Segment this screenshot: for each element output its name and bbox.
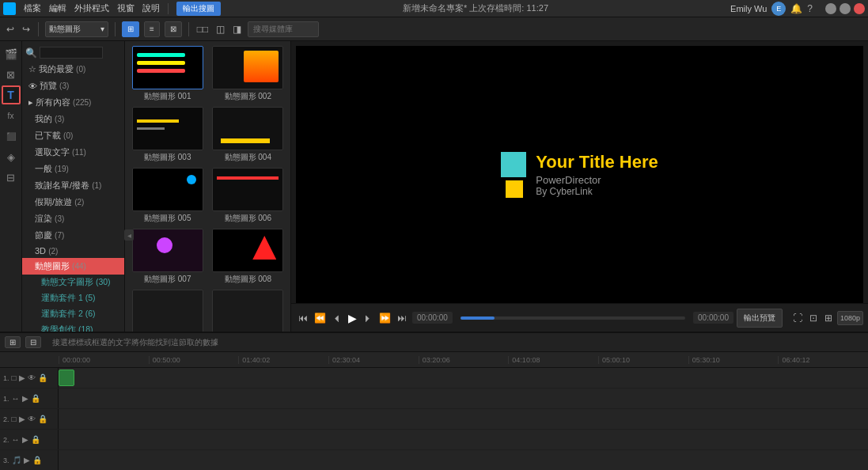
- search-input[interactable]: [248, 21, 319, 37]
- thumb-006[interactable]: 動態圖形 006: [210, 168, 286, 224]
- timeline-remove-track[interactable]: ⊟: [25, 336, 41, 348]
- tree-tutorial[interactable]: 教學創作 (18): [22, 322, 124, 332]
- layout-btn2[interactable]: ◫: [214, 22, 226, 36]
- tree-credits[interactable]: 致謝名單/撥卷 (1): [22, 177, 124, 194]
- menu-icon1[interactable]: 🔔: [790, 3, 802, 14]
- toolbar-separator3: [188, 22, 189, 36]
- thumb-010[interactable]: 動態圖形 010: [210, 290, 286, 332]
- menu-view[interactable]: 視窗: [117, 2, 135, 14]
- timeline-add-track[interactable]: ⊞: [5, 336, 21, 348]
- tree-selected-text[interactable]: 選取文字 (11): [22, 144, 124, 161]
- menu-icon2[interactable]: ?: [807, 3, 813, 14]
- menu-plugins[interactable]: 外掛程式: [74, 2, 109, 14]
- track-lock-3m[interactable]: 🔒: [32, 456, 42, 464]
- preview-title: Your Title Here: [536, 152, 658, 172]
- active-tool-label[interactable]: 輸出搜圖: [176, 2, 221, 16]
- zoom-button[interactable]: ⊡: [807, 311, 820, 325]
- track-play-2a[interactable]: ▶: [22, 435, 28, 444]
- track-row-2v: 2. □ ▶ 👁 🔒: [0, 409, 868, 429]
- tree-motion-text[interactable]: 動態文字圖形 (30): [22, 275, 124, 290]
- track-eye-1v[interactable]: 👁: [28, 373, 36, 382]
- track-lock-2a[interactable]: 🔒: [31, 435, 40, 444]
- sidebar-media-icon[interactable]: 🎬: [2, 44, 21, 63]
- tree-festival[interactable]: 節慶 (7): [22, 227, 124, 244]
- sidebar-subtitle-icon[interactable]: ⊟: [2, 168, 21, 187]
- sidebar-pip-icon[interactable]: ⬛: [2, 127, 21, 146]
- undo-button[interactable]: ↩: [5, 22, 16, 36]
- track-play-1a[interactable]: ▶: [22, 394, 28, 403]
- skip-end-button[interactable]: ⏭: [395, 311, 409, 325]
- view-detail-btn[interactable]: ⊠: [165, 21, 182, 37]
- tree-sports2[interactable]: 運動套件 2 (6): [22, 306, 124, 322]
- track-play-1v[interactable]: ▶: [19, 373, 25, 382]
- track-content-3m[interactable]: [59, 450, 868, 470]
- fullscreen-button[interactable]: ⛶: [790, 311, 805, 325]
- tree-preview[interactable]: 👁 預覽 (3): [22, 78, 124, 94]
- aspect-btn[interactable]: 1080p: [837, 311, 863, 325]
- thumb-img-006: [212, 168, 283, 211]
- ruler-7: 05:30:10: [688, 356, 779, 364]
- sidebar-effect-icon[interactable]: fx: [2, 106, 21, 125]
- track-lock-1v[interactable]: 🔒: [38, 373, 47, 382]
- track-content-1a[interactable]: [59, 389, 868, 408]
- thumb-001[interactable]: 動態圖形 001: [130, 46, 206, 102]
- track-content-1v[interactable]: [59, 368, 868, 388]
- redo-button[interactable]: ↪: [21, 22, 32, 36]
- fast-forward-button[interactable]: ⏩: [377, 311, 393, 325]
- crop-button[interactable]: ⊞: [822, 311, 835, 325]
- track-lock-1a[interactable]: 🔒: [31, 394, 40, 403]
- thumb-002[interactable]: 動態圖形 002: [210, 46, 286, 102]
- thumb-007[interactable]: 動態圖形 007: [130, 229, 206, 285]
- menu-edit[interactable]: 編輯: [49, 2, 66, 14]
- track-play-3m[interactable]: ▶: [24, 456, 30, 464]
- view-grid-btn[interactable]: ⊞: [122, 21, 139, 37]
- export-preview-button[interactable]: 輸出預覽: [737, 309, 783, 328]
- category-dropdown[interactable]: 動態圖形 ▾: [45, 21, 108, 37]
- tree-3d[interactable]: 3D (2): [22, 244, 124, 258]
- thumb-img-010: [212, 290, 283, 332]
- sidebar-motion-icon[interactable]: ◈: [2, 147, 21, 166]
- skip-start-button[interactable]: ⏮: [296, 311, 310, 325]
- close-button[interactable]: [854, 3, 865, 14]
- track-row-3m: 3. 🎵 ▶ 🔒: [0, 450, 868, 470]
- tree-downloaded[interactable]: 已下載 (0): [22, 127, 124, 144]
- tree-render[interactable]: 渲染 (3): [22, 210, 124, 227]
- play-button[interactable]: ▶: [346, 310, 359, 326]
- thumb-003[interactable]: 動態圖形 003: [130, 107, 206, 163]
- tree-search-input[interactable]: [40, 47, 103, 59]
- layout-btn3[interactable]: ◨: [231, 22, 243, 36]
- rewind-button[interactable]: ⏪: [312, 311, 328, 325]
- tree-general[interactable]: 一般 (19): [22, 161, 124, 177]
- timeline-ruler: 00:00:00 00:50:00 01:40:02 02:30:04 03:2…: [0, 352, 868, 368]
- sidebar-transition-icon[interactable]: ⊠: [2, 65, 21, 84]
- tree-holiday[interactable]: 假期/旅遊 (2): [22, 194, 124, 210]
- track-eye-2v[interactable]: 👁: [28, 415, 36, 423]
- preview-extra-controls: ⛶ ⊡ ⊞ 1080p: [790, 311, 863, 325]
- menu-help[interactable]: 說明: [142, 2, 160, 14]
- thumbnail-grid: 動態圖形 001 動態圖形 002 動態圖形 003 動態圖形 004 動態圖形…: [125, 41, 290, 332]
- tree-all[interactable]: ▸ 所有內容 (225): [22, 94, 124, 111]
- thumb-005[interactable]: 動態圖形 005: [130, 168, 206, 224]
- track-lock-2v[interactable]: 🔒: [38, 415, 47, 423]
- view-list-btn[interactable]: ≡: [144, 21, 160, 37]
- menu-file[interactable]: 檔案: [24, 2, 41, 14]
- track-content-2v[interactable]: [59, 409, 868, 429]
- frame-back-button[interactable]: ⏴: [330, 311, 344, 325]
- track-content-2a[interactable]: [59, 430, 868, 449]
- tree-my[interactable]: 我的 (3): [22, 111, 124, 127]
- window-controls: [825, 3, 865, 14]
- tree-motion-graphics[interactable]: 動態圖形 (44): [22, 258, 124, 275]
- thumb-008[interactable]: 動態圖形 008: [210, 229, 286, 285]
- thumb-009[interactable]: 動態圖形 009: [130, 290, 206, 332]
- track-play-2v[interactable]: ▶: [19, 415, 25, 423]
- tree-favorites[interactable]: ☆ 我的最愛 (0): [22, 61, 124, 78]
- minimize-button[interactable]: [825, 3, 836, 14]
- layout-btn1[interactable]: □□: [195, 22, 210, 36]
- thumb-004[interactable]: 動態圖形 004: [210, 107, 286, 163]
- progress-bar[interactable]: [461, 316, 685, 320]
- panel-collapse-arrow[interactable]: ◂: [124, 229, 134, 241]
- frame-forward-button[interactable]: ⏵: [361, 311, 375, 325]
- sidebar-title-icon[interactable]: T: [2, 85, 21, 104]
- tree-sports1[interactable]: 運動套件 1 (5): [22, 290, 124, 306]
- maximize-button[interactable]: [840, 3, 851, 14]
